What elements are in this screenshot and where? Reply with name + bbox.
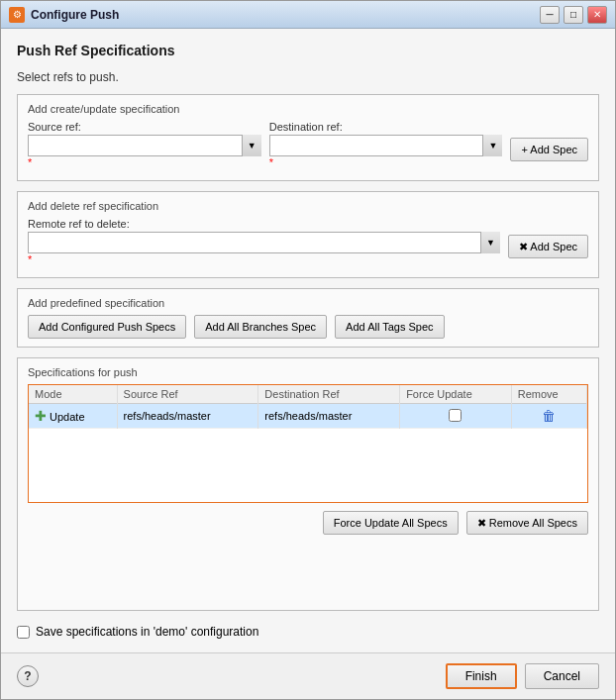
window: ⚙ Configure Push ─ □ ✕ Push Ref Specific… xyxy=(0,0,616,700)
source-ref-combo: ▼ xyxy=(28,135,261,156)
save-checkbox-row: Save specifications in 'demo' configurat… xyxy=(17,625,599,639)
remove-row-button[interactable]: 🗑 xyxy=(542,408,556,424)
add-spec-button-create[interactable]: + Add Spec xyxy=(510,138,588,161)
page-title: Push Ref Specifications xyxy=(17,43,599,58)
dest-ref-required: * xyxy=(269,156,503,168)
specs-label: Specifications for push xyxy=(28,366,588,378)
create-update-section: Add create/update specification Source r… xyxy=(17,94,599,181)
delete-ref-label: Add delete ref specification xyxy=(28,200,588,212)
predefined-buttons: Add Configured Push Specs Add All Branch… xyxy=(28,315,588,339)
specs-table-wrapper: Mode Source Ref Destination Ref Force Up… xyxy=(28,384,588,503)
dest-ref-combo: ▼ xyxy=(269,135,503,156)
page-subtitle: Select refs to push. xyxy=(17,70,599,84)
remote-ref-required: * xyxy=(28,253,500,265)
col-remove: Remove xyxy=(511,385,586,404)
delete-ref-form-row: Remote ref to delete: ▼ * ✖ Add Spec xyxy=(28,218,588,265)
cancel-button[interactable]: Cancel xyxy=(525,663,599,689)
remote-ref-dropdown-button[interactable]: ▼ xyxy=(480,232,500,253)
table-row[interactable]: ✚ Update refs/heads/master refs/heads/ma… xyxy=(29,404,587,429)
col-dest-ref: Destination Ref xyxy=(258,385,400,404)
add-all-branches-spec-button[interactable]: Add All Branches Spec xyxy=(194,315,327,339)
help-button[interactable]: ? xyxy=(17,665,39,687)
source-ref-dropdown-button[interactable]: ▼ xyxy=(242,135,261,156)
save-config-checkbox[interactable] xyxy=(17,626,30,639)
dest-ref-input[interactable] xyxy=(269,135,503,156)
source-ref-label: Source ref: xyxy=(28,121,261,133)
footer-right: Finish Cancel xyxy=(446,663,599,689)
remote-ref-input[interactable] xyxy=(28,232,500,253)
row-source-ref: refs/heads/master xyxy=(117,404,258,429)
content-area: Push Ref Specifications Select refs to p… xyxy=(1,29,615,652)
add-all-tags-spec-button[interactable]: Add All Tags Spec xyxy=(335,315,444,339)
dest-ref-group: Destination ref: ▼ * xyxy=(269,121,503,168)
dest-ref-label: Destination ref: xyxy=(269,121,503,133)
row-mode-icon: ✚ Update xyxy=(29,404,117,429)
maximize-button[interactable]: □ xyxy=(564,6,583,24)
create-update-form-row: Source ref: ▼ * Destination ref: ▼ * xyxy=(28,121,588,168)
predefined-section: Add predefined specification Add Configu… xyxy=(17,288,599,348)
row-force-update xyxy=(400,404,512,429)
add-spec-button-delete[interactable]: ✖ Add Spec xyxy=(508,235,588,258)
close-button[interactable]: ✕ xyxy=(587,6,607,24)
force-update-checkbox[interactable] xyxy=(449,409,462,422)
title-bar-controls: ─ □ ✕ xyxy=(540,6,607,24)
add-configured-push-specs-button[interactable]: Add Configured Push Specs xyxy=(28,315,186,339)
predefined-label: Add predefined specification xyxy=(28,297,588,309)
window-icon: ⚙ xyxy=(9,7,25,23)
finish-button[interactable]: Finish xyxy=(446,663,517,689)
footer: ? Finish Cancel xyxy=(1,652,615,699)
specs-section: Specifications for push Mode Source Ref … xyxy=(17,357,599,611)
row-dest-ref: refs/heads/master xyxy=(258,404,400,429)
create-update-label: Add create/update specification xyxy=(28,103,588,115)
dest-ref-dropdown-button[interactable]: ▼ xyxy=(482,135,502,156)
col-mode: Mode xyxy=(29,385,117,404)
update-icon: ✚ xyxy=(35,408,47,424)
save-config-label: Save specifications in 'demo' configurat… xyxy=(36,625,258,639)
title-bar: ⚙ Configure Push ─ □ ✕ xyxy=(1,1,615,29)
remote-ref-label: Remote ref to delete: xyxy=(28,218,500,230)
row-remove: 🗑 xyxy=(511,404,586,429)
specs-table: Mode Source Ref Destination Ref Force Up… xyxy=(29,385,587,429)
source-ref-input[interactable] xyxy=(28,135,261,156)
source-ref-required: * xyxy=(28,156,261,168)
remove-all-specs-button[interactable]: ✖ Remove All Specs xyxy=(466,511,588,535)
window-title: Configure Push xyxy=(31,8,540,22)
minimize-button[interactable]: ─ xyxy=(540,6,560,24)
remote-ref-combo: ▼ xyxy=(28,232,500,253)
specs-table-header: Mode Source Ref Destination Ref Force Up… xyxy=(29,385,587,404)
force-update-all-specs-button[interactable]: Force Update All Specs xyxy=(323,511,459,535)
col-force-update: Force Update xyxy=(400,385,512,404)
col-source-ref: Source Ref xyxy=(117,385,258,404)
source-ref-group: Source ref: ▼ * xyxy=(28,121,261,168)
specs-bottom-buttons: Force Update All Specs ✖ Remove All Spec… xyxy=(28,511,588,535)
remote-ref-group: Remote ref to delete: ▼ * xyxy=(28,218,500,265)
delete-ref-section: Add delete ref specification Remote ref … xyxy=(17,191,599,278)
